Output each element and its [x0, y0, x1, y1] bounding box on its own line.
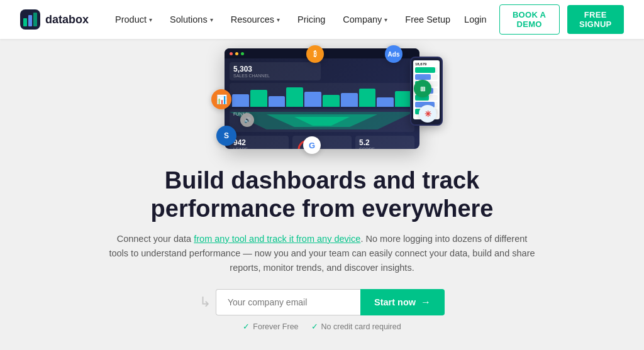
- stat1-label: SALES CHANNEL: [233, 74, 317, 78]
- funnel-area: FUNNEL: [230, 109, 414, 132]
- phone-row-2: [415, 74, 438, 80]
- databox-logo-icon: [20, 9, 40, 30]
- solutions-chevron-icon: ▾: [210, 16, 213, 23]
- book-demo-button[interactable]: BOOK A DEMO: [499, 4, 560, 35]
- dash-stat-1: 5,303 SALES CHANNEL: [230, 62, 321, 80]
- hero-section: 5,303 SALES CHANNEL: [0, 39, 644, 350]
- dashboard-illustration: 5,303 SALES CHANNEL: [196, 45, 448, 161]
- google-icon: G: [303, 136, 321, 154]
- nav-solutions[interactable]: Solutions ▾: [161, 0, 222, 39]
- resources-chevron-icon: ▾: [277, 16, 280, 23]
- dash-gauge-stat: [292, 136, 352, 149]
- salesforce-icon: S: [216, 126, 236, 146]
- phone-row-1: [415, 67, 438, 73]
- bar-7: [341, 93, 358, 107]
- trust-item-2: ✓ No credit card required: [311, 322, 401, 331]
- titlebar-dot-yellow: [235, 52, 238, 55]
- svg-rect-3: [33, 13, 37, 26]
- google-sheets-icon: ⊞: [414, 80, 431, 97]
- hero-highlight: from any tool and track it from any devi…: [194, 234, 360, 244]
- nav-company[interactable]: Company ▾: [334, 0, 396, 39]
- titlebar-dot-green: [241, 52, 244, 55]
- nav-resources[interactable]: Resources ▾: [222, 0, 289, 39]
- cta-arrow-icon: →: [421, 297, 431, 308]
- bar-1: [232, 94, 249, 107]
- email-input[interactable]: [216, 289, 360, 315]
- product-chevron-icon: ▾: [149, 16, 152, 23]
- nav-free-setup[interactable]: Free Setup: [396, 0, 459, 39]
- main-dashboard-screen: 5,303 SALES CHANNEL: [225, 48, 419, 149]
- free-signup-button[interactable]: FREE SIGNUP: [567, 5, 624, 34]
- dash-stat-942: 942 LEADS: [230, 136, 289, 149]
- bitcoin-icon: ₿: [306, 45, 324, 63]
- dash-chart-area: [230, 83, 414, 107]
- stat1-value: 5,303: [233, 65, 317, 74]
- funnel-svg: [230, 109, 414, 132]
- chart-bars: [230, 83, 414, 107]
- google-ads-icon: Ads: [385, 45, 402, 63]
- check-icon-2: ✓: [311, 322, 318, 331]
- cta-row: ↳ Start now →: [199, 289, 445, 315]
- check-icon-1: ✓: [243, 322, 250, 331]
- logo[interactable]: databox: [20, 9, 89, 30]
- navbar: databox Product ▾ Solutions ▾ Resources …: [0, 0, 644, 39]
- brand-name: databox: [45, 13, 89, 26]
- bar-3: [269, 96, 286, 107]
- nav-pricing[interactable]: Pricing: [289, 0, 334, 39]
- speaker-icon: 🔊: [240, 113, 254, 127]
- bar-10: [395, 91, 412, 107]
- bar-4: [286, 87, 303, 107]
- login-button[interactable]: Login: [459, 14, 491, 25]
- trust-row: ✓ Forever Free ✓ No credit card required: [243, 322, 401, 331]
- hero-heading: Build dashboards and track performance f…: [151, 167, 494, 223]
- bottom-stats: 942 LEADS 5.2 SCORE: [230, 136, 414, 149]
- analytics-icon: 📊: [211, 89, 231, 109]
- dashboard-content: 5,303 SALES CHANNEL: [225, 58, 419, 149]
- snowflake-icon: ✳: [419, 105, 436, 123]
- start-now-button[interactable]: Start now →: [360, 289, 445, 315]
- bar-9: [377, 97, 394, 107]
- bar-2: [250, 90, 267, 107]
- hero-subtext: Connect your data from any tool and trac…: [108, 232, 536, 276]
- bar-5: [304, 92, 321, 107]
- svg-rect-1: [23, 18, 27, 26]
- titlebar-dot-red: [230, 52, 233, 55]
- trust-item-1: ✓ Forever Free: [243, 322, 298, 331]
- nav-right: Login BOOK A DEMO FREE SIGNUP: [459, 4, 624, 35]
- dash-stat-52: 5.2 SCORE: [355, 136, 414, 149]
- arrow-cursor-icon: ↳: [199, 294, 211, 310]
- bar-8: [359, 89, 376, 107]
- nav-product[interactable]: Product ▾: [106, 0, 161, 39]
- company-chevron-icon: ▾: [384, 16, 387, 23]
- svg-rect-2: [28, 15, 32, 26]
- bar-6: [323, 95, 340, 107]
- nav-links: Product ▾ Solutions ▾ Resources ▾ Pricin…: [106, 0, 459, 39]
